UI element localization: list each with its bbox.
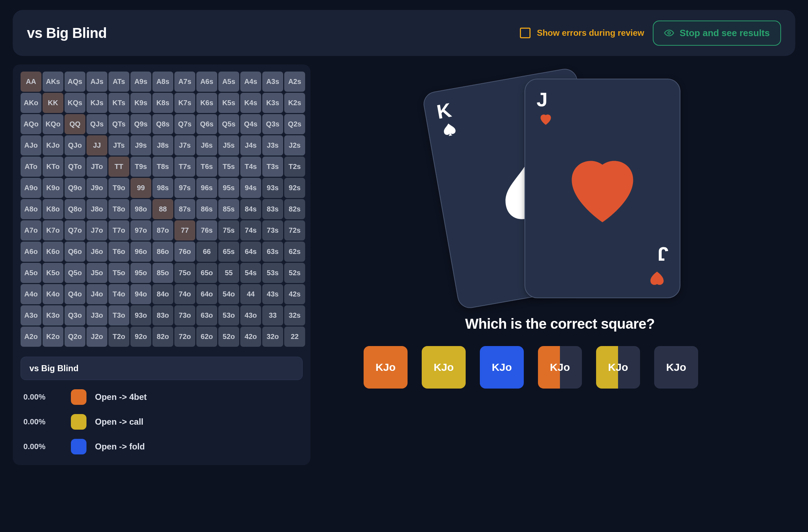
hand-cell[interactable]: 85o [152,263,173,283]
hand-cell[interactable]: A8o [21,199,41,219]
hand-cell[interactable]: Q4s [240,114,261,134]
hand-cell[interactable]: A7s [174,72,195,92]
hand-cell[interactable]: 77 [174,220,195,240]
hand-cell[interactable]: JJ [86,135,107,155]
hand-cell[interactable]: Q6o [64,242,85,262]
hand-cell[interactable]: 96o [130,242,151,262]
hand-cell[interactable]: K7s [174,93,195,113]
hand-cell[interactable]: 84o [152,284,173,304]
hand-cell[interactable]: T2s [284,157,305,177]
hand-cell[interactable]: K8o [43,199,63,219]
hand-cell[interactable]: T7s [174,157,195,177]
hand-cell[interactable]: A9s [130,72,151,92]
hand-cell[interactable]: T4o [108,284,129,304]
hand-cell[interactable]: A3o [21,305,41,326]
hand-cell[interactable]: 32o [262,327,283,347]
hand-cell[interactable]: 63o [196,305,217,326]
hand-cell[interactable]: Q9o [64,178,85,198]
hand-cell[interactable]: 63s [262,242,283,262]
hand-cell[interactable]: K4o [43,284,63,304]
hand-cell[interactable]: 53o [218,305,239,326]
hand-cell[interactable]: 95s [218,178,239,198]
hand-cell[interactable]: Q2s [284,114,305,134]
answer-choice[interactable]: KJo [596,346,640,389]
hand-cell[interactable]: 97o [130,220,151,240]
hand-cell[interactable]: 54s [240,263,261,283]
hand-cell[interactable]: T3o [108,305,129,326]
hand-cell[interactable]: J7o [86,220,107,240]
hand-cell[interactable]: QTo [64,157,85,177]
hand-cell[interactable]: J8s [152,135,173,155]
hand-cell[interactable]: 43s [262,284,283,304]
hand-cell[interactable]: K2s [284,93,305,113]
hand-cell[interactable]: J4s [240,135,261,155]
hand-cell[interactable]: 83s [262,199,283,219]
hand-cell[interactable]: 86o [152,242,173,262]
hand-cell[interactable]: T9s [130,157,151,177]
hand-cell[interactable]: Q4o [64,284,85,304]
hand-cell[interactable]: Q3o [64,305,85,326]
hand-cell[interactable]: 62o [196,327,217,347]
answer-choice[interactable]: KJo [422,346,466,389]
hand-cell[interactable]: 76s [196,220,217,240]
hand-cell[interactable]: KJs [86,93,107,113]
hand-cell[interactable]: 76o [174,242,195,262]
hand-cell[interactable]: AJs [86,72,107,92]
stop-results-button[interactable]: Stop and see results [653,21,781,46]
answer-choice[interactable]: KJo [538,346,582,389]
hand-cell[interactable]: A8s [152,72,173,92]
hand-cell[interactable]: ATo [21,157,41,177]
hand-cell[interactable]: 96s [196,178,217,198]
hand-cell[interactable]: AKs [43,72,63,92]
hand-cell[interactable]: T5s [218,157,239,177]
hand-cell[interactable]: 32s [284,305,305,326]
hand-cell[interactable]: A9o [21,178,41,198]
hand-cell[interactable]: AQs [64,72,85,92]
hand-cell[interactable]: 92s [284,178,305,198]
hand-cell[interactable]: 93o [130,305,151,326]
hand-cell[interactable]: T9o [108,178,129,198]
hand-cell[interactable]: A4o [21,284,41,304]
hand-cell[interactable]: 52s [284,263,305,283]
hand-cell[interactable]: K4s [240,93,261,113]
hand-cell[interactable]: 94s [240,178,261,198]
hand-cell[interactable]: Q6s [196,114,217,134]
hand-cell[interactable]: 87o [152,220,173,240]
hand-cell[interactable]: T7o [108,220,129,240]
hand-cell[interactable]: AA [21,72,41,92]
hand-cell[interactable]: J4o [86,284,107,304]
hand-cell[interactable]: K2o [43,327,63,347]
hand-cell[interactable]: 88 [152,199,173,219]
hand-cell[interactable]: 75s [218,220,239,240]
hand-cell[interactable]: 94o [130,284,151,304]
hand-cell[interactable]: JTs [108,135,129,155]
hand-cell[interactable]: 98o [130,199,151,219]
hand-cell[interactable]: 72s [284,220,305,240]
hand-cell[interactable]: J6s [196,135,217,155]
hand-cell[interactable]: J5s [218,135,239,155]
hand-cell[interactable]: KTs [108,93,129,113]
hand-cell[interactable]: 95o [130,263,151,283]
hand-cell[interactable]: KTo [43,157,63,177]
hand-cell[interactable]: 33 [262,305,283,326]
hand-cell[interactable]: 65o [196,263,217,283]
hand-cell[interactable]: 73o [174,305,195,326]
hand-cell[interactable]: K5o [43,263,63,283]
hand-cell[interactable]: 22 [284,327,305,347]
hand-cell[interactable]: T8s [152,157,173,177]
hand-cell[interactable]: J2s [284,135,305,155]
hand-cell[interactable]: Q5s [218,114,239,134]
hand-cell[interactable]: QTs [108,114,129,134]
hand-cell[interactable]: 62s [284,242,305,262]
hand-cell[interactable]: 72o [174,327,195,347]
hand-cell[interactable]: 74s [240,220,261,240]
hand-cell[interactable]: 75o [174,263,195,283]
hand-cell[interactable]: T5o [108,263,129,283]
hand-cell[interactable]: Q2o [64,327,85,347]
hand-cell[interactable]: K6o [43,242,63,262]
answer-choice[interactable]: KJo [654,346,698,389]
hand-cell[interactable]: 83o [152,305,173,326]
hand-cell[interactable]: T6o [108,242,129,262]
hand-cell[interactable]: T2o [108,327,129,347]
hand-cell[interactable]: A2o [21,327,41,347]
